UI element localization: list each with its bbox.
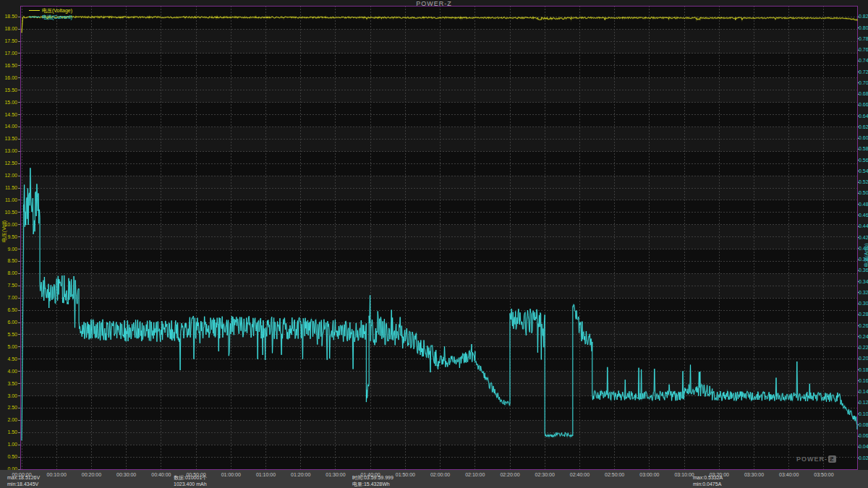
y-right-tick-label: 0.06 xyxy=(859,433,868,439)
y-right-tick-label: 0.70 xyxy=(859,80,868,86)
y-left-tick-label: 3.00 xyxy=(0,393,17,399)
y-right-tick-label: 0.64 xyxy=(859,114,868,119)
x-axis-tick-label: 02:20:00 xyxy=(494,472,526,477)
y-left-tick-label: 16.00 xyxy=(0,75,17,81)
y-left-tick-label: 5.50 xyxy=(0,332,17,338)
y-right-tick-label: 0.54 xyxy=(859,168,868,174)
watermark-text: POWER- xyxy=(796,455,827,463)
y-right-tick-label: 0.14 xyxy=(859,389,868,395)
y-right-tick-label: 0.32 xyxy=(859,290,868,296)
y-left-tick-label: 15.50 xyxy=(0,87,17,93)
x-axis-tick-label: 01:50:00 xyxy=(389,472,421,477)
y-left-tick-label: 10.50 xyxy=(0,210,17,215)
y-right-tick-label: 0.42 xyxy=(859,235,868,241)
y-right-tick-label: 0.66 xyxy=(859,102,868,108)
x-axis-tick-label: 00:10:00 xyxy=(41,472,72,477)
plot-canvas[interactable] xyxy=(0,0,868,488)
plot-band xyxy=(20,396,857,421)
x-axis-tick-label: 02:30:00 xyxy=(529,472,561,477)
x-axis-tick-label: 03:30:00 xyxy=(739,472,770,477)
sample-stats: 数据:010001个1023.400 mAh xyxy=(174,475,207,487)
y-right-tick-label: 0.28 xyxy=(859,312,868,317)
y-right-tick-label: 0.50 xyxy=(859,190,868,196)
y-left-tick-label: 2.00 xyxy=(0,417,17,423)
x-axis-tick-label: 02:00:00 xyxy=(425,472,456,477)
current-stats-line: max:0.5332A xyxy=(693,475,723,481)
plot-band xyxy=(20,176,857,200)
x-axis-tick-label: 01:20:00 xyxy=(285,472,317,477)
y-left-tick-label: 14.50 xyxy=(0,112,17,118)
y-right-tick-label: 0.10 xyxy=(859,411,868,417)
y-left-tick-label: 6.50 xyxy=(0,307,17,313)
y-right-tick-label: 0.02 xyxy=(859,455,868,461)
y-right-tick-label: 0.60 xyxy=(859,135,868,141)
y-left-tick-label: 9.50 xyxy=(0,234,17,240)
y-right-tick-label: 0.52 xyxy=(859,179,868,185)
plot-band xyxy=(20,249,857,274)
time-stats-line: 时间:03:59:59.999 xyxy=(352,475,393,481)
y-left-tick-label: 15.00 xyxy=(0,100,17,106)
x-axis-tick-label: 02:10:00 xyxy=(459,472,491,477)
legend-item: 电压(Voltage) xyxy=(29,7,72,14)
powerz-logo-icon: Ƶ xyxy=(828,455,836,463)
y-right-tick-label: 0.68 xyxy=(859,91,868,97)
legend-label: 电流(Current) xyxy=(42,14,72,20)
legend: 电压(Voltage)电流(Current) xyxy=(29,7,72,20)
voltage-stats-line: max:18.5126V xyxy=(7,475,40,481)
y-right-tick-label: 0.76 xyxy=(859,47,868,53)
y-right-tick-label: 0.30 xyxy=(859,301,868,307)
current-stats-line: min:0.0475A xyxy=(693,481,723,488)
plot-band xyxy=(20,127,857,151)
y-right-tick-label: 0.82 xyxy=(859,14,868,20)
y-left-tick-label: 9.00 xyxy=(0,247,17,252)
x-axis-tick-label: 01:30:00 xyxy=(320,472,352,477)
y-right-tick-label: 0.40 xyxy=(859,246,868,252)
plot-band xyxy=(20,372,857,396)
y-left-tick-label: 13.50 xyxy=(0,136,17,142)
plot-band xyxy=(20,78,857,103)
y-left-tick-label: 8.00 xyxy=(0,270,17,276)
y-right-tick-label: 0.26 xyxy=(859,323,868,329)
x-axis-tick-label: 02:50:00 xyxy=(599,472,631,477)
x-axis-tick-label: 00:30:00 xyxy=(111,472,142,477)
plot-band xyxy=(20,225,857,249)
y-left-tick-label: 11.00 xyxy=(0,197,17,203)
x-axis-tick-label: 03:50:00 xyxy=(808,472,840,477)
x-axis-tick-label: 01:00:00 xyxy=(215,472,247,477)
y-right-tick-label: 0.58 xyxy=(859,146,868,152)
y-right-tick-label: 0.34 xyxy=(859,279,868,285)
legend-label: 电压(Voltage) xyxy=(42,8,72,14)
sample-stats-line: 数据:010001个 xyxy=(174,475,207,481)
y-right-tick-label: 0.12 xyxy=(859,400,868,406)
y-left-tick-label: 18.50 xyxy=(0,14,17,20)
legend-item: 电流(Current) xyxy=(29,14,72,20)
y-right-tick-label: 0.16 xyxy=(859,378,868,384)
y-right-tick-label: 0.08 xyxy=(859,422,868,428)
y-left-tick-label: 6.00 xyxy=(0,320,17,325)
legend-line-icon xyxy=(29,17,40,17)
y-right-tick-label: 0.04 xyxy=(859,444,868,450)
time-stats: 时间:03:59:59.999电量:15.4328Wh xyxy=(352,475,393,487)
y-left-tick-label: 17.50 xyxy=(0,38,17,44)
plot-band xyxy=(20,298,857,322)
x-axis-tick-label: 01:10:00 xyxy=(250,472,282,477)
y-right-tick-label: 0.74 xyxy=(859,58,868,64)
voltage-stats: max:18.5126Vmin:18.4345V xyxy=(7,475,40,487)
voltage-stats-line: min:18.4345V xyxy=(7,481,40,488)
y-left-tick-label: 12.50 xyxy=(0,160,17,166)
y-left-tick-label: 3.50 xyxy=(0,381,17,387)
y-right-tick-label: 0.78 xyxy=(859,36,868,42)
status-bar: 00:00:0000:10:0000:20:0000:30:0000:40:00… xyxy=(0,470,868,488)
plot-band xyxy=(20,445,857,469)
y-right-tick-label: 0.62 xyxy=(859,124,868,130)
y-right-tick-label: 0.44 xyxy=(859,223,868,229)
y-left-tick-label: 8.50 xyxy=(0,258,17,264)
x-axis-tick-label: 00:40:00 xyxy=(145,472,177,477)
y-left-tick-label: 14.00 xyxy=(0,124,17,129)
plot-band xyxy=(20,420,857,445)
y-right-tick-label: 0.20 xyxy=(859,356,868,361)
sample-stats-line: 1023.400 mAh xyxy=(174,481,207,488)
y-right-tick-label: 0.38 xyxy=(859,257,868,262)
y-left-tick-label: 10.00 xyxy=(0,222,17,228)
y-left-tick-label: 5.00 xyxy=(0,344,17,350)
